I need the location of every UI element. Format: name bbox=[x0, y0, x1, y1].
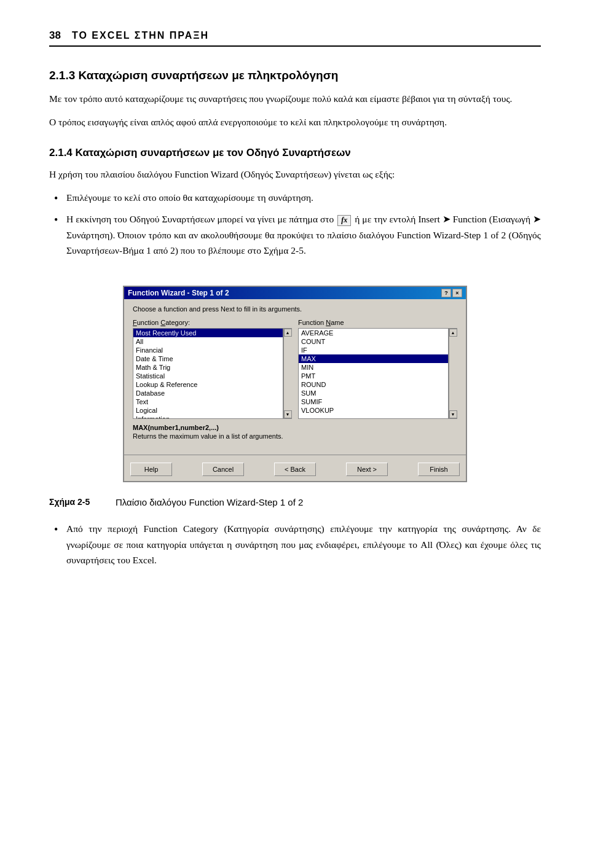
category-item-lookup-reference[interactable]: Lookup & Reference bbox=[133, 380, 283, 389]
category-listbox[interactable]: Most Recently Used All Financial Date & … bbox=[133, 328, 292, 419]
section-213-heading: 2.1.3 Καταχώριση συναρτήσεων με πληκτρολ… bbox=[49, 69, 541, 82]
section-214-heading: 2.1.4 Καταχώριση συναρτήσεων με τον Οδηγ… bbox=[49, 147, 541, 159]
dialog-buttons-row: Help Cancel < Back Next > Finish bbox=[124, 459, 466, 481]
category-scrollbar[interactable]: ▲ ▼ bbox=[283, 328, 292, 419]
fn-item-if[interactable]: IF bbox=[299, 346, 448, 354]
function-scrollbar[interactable]: ▲ ▼ bbox=[449, 328, 457, 419]
dialog-back-btn[interactable]: < Back bbox=[274, 463, 316, 476]
dialog-box: Function Wizard - Step 1 of 2 ? × Choose… bbox=[123, 286, 467, 482]
page-header: 38 ΤΟ EXCEL ΣΤΗΝ ΠΡΑΞΗ bbox=[49, 29, 541, 47]
category-item-text[interactable]: Text bbox=[133, 397, 283, 406]
dialog-separator bbox=[124, 455, 466, 455]
fn-item-min[interactable]: MIN bbox=[299, 363, 448, 372]
dialog-main-row: Function Category: Most Recently Used Al… bbox=[133, 319, 457, 419]
category-item-information[interactable]: Information bbox=[133, 415, 283, 419]
function-scroll-up[interactable]: ▲ bbox=[449, 329, 457, 337]
category-scroll-track bbox=[284, 337, 292, 410]
figure-caption-row: Σχήμα 2-5 Πλαίσιο διαλόγου Function Wiza… bbox=[49, 497, 541, 507]
category-item-database[interactable]: Database bbox=[133, 389, 283, 397]
category-item-financial[interactable]: Financial bbox=[133, 346, 283, 354]
page: 38 ΤΟ EXCEL ΣΤΗΝ ΠΡΑΞΗ 2.1.3 Καταχώριση … bbox=[0, 0, 590, 868]
category-item-math-trig[interactable]: Math & Trig bbox=[133, 363, 283, 372]
function-scroll-track bbox=[449, 337, 457, 410]
dialog-next-btn[interactable]: Next > bbox=[346, 463, 388, 476]
category-item-all[interactable]: All bbox=[133, 337, 283, 346]
fn-item-average[interactable]: AVERAGE bbox=[299, 329, 448, 337]
dialog-titlebar: Function Wizard - Step 1 of 2 ? × bbox=[124, 287, 466, 299]
after-bullet-1: Από την περιοχή Function Category (Κατηγ… bbox=[66, 521, 541, 568]
section-213-para1: Με τον τρόπο αυτό καταχωρίζουμε τις συνα… bbox=[49, 91, 541, 107]
category-item-logical[interactable]: Logical bbox=[133, 406, 283, 415]
fn-item-sumif[interactable]: SUMIF bbox=[299, 397, 448, 406]
section-214-bullets: Επιλέγουμε το κελί στο οποίο θα καταχωρί… bbox=[49, 190, 541, 259]
dialog-help-button[interactable]: ? bbox=[441, 289, 451, 297]
dialog-title: Function Wizard - Step 1 of 2 bbox=[128, 289, 229, 297]
after-figure-bullets: Από την περιοχή Function Category (Κατηγ… bbox=[49, 521, 541, 568]
section-213-para2: Ο τρόπος εισαγωγής είναι απλός αφού απλά… bbox=[49, 114, 541, 130]
function-listbox[interactable]: AVERAGE COUNT IF MAX MIN PMT ROUND SUM S… bbox=[298, 328, 457, 419]
figure-caption: Πλαίσιο διαλόγου Function Wizard-Step 1 … bbox=[116, 497, 303, 507]
page-number: 38 bbox=[49, 29, 61, 42]
category-item-most-recently-used[interactable]: Most Recently Used bbox=[133, 329, 283, 337]
after-bullet-1-text: Από την περιοχή Function Category (Κατηγ… bbox=[66, 523, 541, 565]
dialog-help-btn[interactable]: Help bbox=[130, 463, 172, 476]
dialog-cancel-btn[interactable]: Cancel bbox=[202, 463, 244, 476]
bullet-2-part1: Η εκκίνηση του Οδηγού Συναρτήσεων μπορεί… bbox=[66, 214, 334, 224]
dialog-instruction: Choose a function and press Next to fill… bbox=[133, 305, 457, 313]
page-title-header: ΤΟ EXCEL ΣΤΗΝ ΠΡΑΞΗ bbox=[72, 30, 209, 41]
category-scroll-down[interactable]: ▼ bbox=[284, 410, 292, 418]
fn-item-vlookup[interactable]: VLOOKUP bbox=[299, 406, 448, 415]
dialog-name-label: Function Name bbox=[298, 319, 457, 326]
fn-item-pmt[interactable]: PMT bbox=[299, 372, 448, 380]
bullet-item-1: Επιλέγουμε το κελί στο οποίο θα καταχωρί… bbox=[66, 190, 541, 206]
fn-item-count[interactable]: COUNT bbox=[299, 337, 448, 346]
function-scroll-down[interactable]: ▼ bbox=[449, 410, 457, 418]
dialog-formula: MAX(number1,number2,...) bbox=[133, 424, 457, 431]
category-item-date-time[interactable]: Date & Time bbox=[133, 354, 283, 363]
bullet-1-text: Επιλέγουμε το κελί στο οποίο θα καταχωρί… bbox=[66, 192, 313, 203]
dialog-name-col: Function Name AVERAGE COUNT IF MAX MIN P… bbox=[298, 319, 457, 419]
fn-item-max[interactable]: MAX bbox=[299, 354, 448, 363]
dialog-close-button[interactable]: × bbox=[452, 289, 462, 297]
category-scroll-up[interactable]: ▲ bbox=[284, 329, 292, 337]
bullet-item-2: Η εκκίνηση του Οδηγού Συναρτήσεων μπορεί… bbox=[66, 211, 541, 259]
section-214-intro: Η χρήση του πλαισίου διαλόγου Function W… bbox=[49, 166, 541, 182]
dialog-titlebar-buttons: ? × bbox=[441, 289, 462, 297]
fn-item-round[interactable]: ROUND bbox=[299, 380, 448, 389]
figure-label: Σχήμα 2-5 bbox=[49, 497, 104, 507]
category-listbox-items: Most Recently Used All Financial Date & … bbox=[133, 328, 283, 419]
dialog-category-label: Function Category: bbox=[133, 319, 292, 326]
function-listbox-items: AVERAGE COUNT IF MAX MIN PMT ROUND SUM S… bbox=[298, 328, 449, 419]
fn-item-sum[interactable]: SUM bbox=[299, 389, 448, 397]
dialog-finish-btn[interactable]: Finish bbox=[418, 463, 460, 476]
dialog-category-col: Function Category: Most Recently Used Al… bbox=[133, 319, 292, 419]
fx-icon: fx bbox=[337, 215, 351, 226]
category-item-statistical[interactable]: Statistical bbox=[133, 372, 283, 380]
dialog-body: Choose a function and press Next to fill… bbox=[124, 299, 466, 451]
dialog-description: Returns the maximum value in a list of a… bbox=[133, 432, 457, 440]
